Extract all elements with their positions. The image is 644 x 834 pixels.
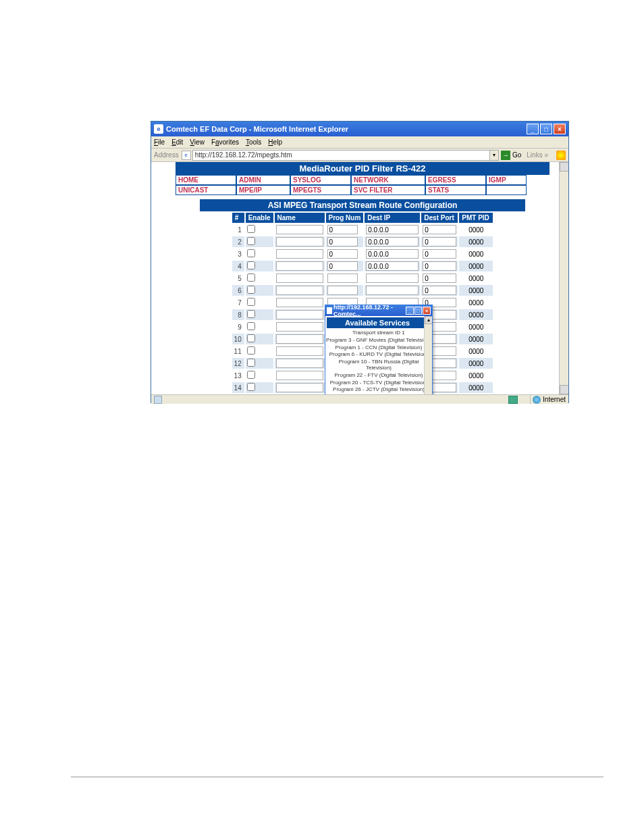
nav-syslog[interactable]: SYSLOG bbox=[290, 175, 351, 185]
nav-admin[interactable]: ADMIN bbox=[236, 175, 290, 185]
service-item[interactable]: Program 3 - GNF Movies (Digital Televisi… bbox=[325, 337, 432, 344]
name-input[interactable] bbox=[276, 225, 323, 234]
nav-unicast[interactable]: UNICAST bbox=[176, 185, 236, 195]
menu-tools[interactable]: Tools bbox=[246, 138, 261, 146]
cell-enable bbox=[246, 249, 273, 259]
enable-checkbox[interactable] bbox=[247, 322, 255, 330]
name-input[interactable] bbox=[276, 334, 323, 344]
destport-input[interactable] bbox=[423, 286, 456, 295]
cell-name bbox=[275, 297, 325, 308]
prognum-input[interactable] bbox=[327, 286, 358, 295]
destip-input[interactable] bbox=[366, 273, 419, 283]
prognum-input[interactable] bbox=[327, 225, 358, 234]
nav-network[interactable]: NETWORK bbox=[351, 175, 425, 185]
name-input[interactable] bbox=[276, 383, 323, 392]
enable-checkbox[interactable] bbox=[247, 261, 255, 269]
enable-checkbox[interactable] bbox=[247, 249, 255, 257]
prognum-input[interactable] bbox=[327, 249, 358, 259]
name-input[interactable] bbox=[276, 359, 323, 368]
destport-input[interactable] bbox=[423, 237, 456, 246]
name-input[interactable] bbox=[276, 346, 323, 356]
nav-egress[interactable]: EGRESS bbox=[425, 175, 486, 185]
service-item[interactable]: Program 20 - TCS-TV (Digital Television) bbox=[325, 380, 432, 387]
minimize-button[interactable]: _ bbox=[527, 124, 539, 134]
links-label[interactable]: Links » bbox=[527, 151, 548, 159]
destip-input[interactable] bbox=[366, 249, 419, 259]
nav-mpegts[interactable]: MPEGTS bbox=[290, 185, 351, 195]
popup-titlebar[interactable]: http://192.168.12.72 - Comtec... _ □ × bbox=[325, 305, 432, 316]
enable-checkbox[interactable] bbox=[247, 383, 255, 391]
nav-home[interactable]: HOME bbox=[176, 175, 236, 185]
popup-close-button[interactable]: × bbox=[423, 307, 431, 315]
close-button[interactable]: × bbox=[554, 124, 566, 134]
cell-enable bbox=[246, 285, 273, 296]
cell-enable bbox=[246, 273, 273, 284]
enable-checkbox[interactable] bbox=[247, 310, 255, 318]
prognum-input[interactable] bbox=[327, 237, 358, 246]
go-button[interactable]: → bbox=[501, 151, 510, 160]
maximize-button[interactable]: □ bbox=[540, 124, 552, 134]
th-name: Name bbox=[275, 213, 325, 223]
destport-input[interactable] bbox=[423, 273, 456, 283]
vertical-scrollbar[interactable] bbox=[559, 162, 568, 394]
enable-checkbox[interactable] bbox=[247, 334, 255, 342]
name-input[interactable] bbox=[276, 261, 323, 271]
cell-pmtpid: 0000 bbox=[459, 297, 493, 308]
cell-name bbox=[275, 358, 325, 369]
name-input[interactable] bbox=[276, 273, 323, 283]
menu-help[interactable]: Help bbox=[268, 138, 282, 146]
titlebar[interactable]: e Comtech EF Data Corp - Microsoft Inter… bbox=[151, 122, 568, 136]
table-row: 10000 bbox=[232, 224, 493, 235]
cell-name bbox=[275, 236, 325, 247]
menu-edit[interactable]: Edit bbox=[171, 138, 183, 146]
nav-stats[interactable]: STATS bbox=[425, 185, 486, 195]
name-input[interactable] bbox=[276, 371, 323, 380]
prognum-input[interactable] bbox=[327, 261, 358, 271]
nav-mpeip[interactable]: MPE/IP bbox=[236, 185, 290, 195]
menubar: File Edit View Favorites Tools Help bbox=[151, 136, 568, 149]
name-input[interactable] bbox=[276, 286, 323, 295]
service-item[interactable]: Program 1 - CCN (Digital Television) bbox=[325, 344, 432, 352]
nav-menu: HOME ADMIN SYSLOG NETWORK EGRESS IGMP UN… bbox=[176, 175, 549, 195]
address-input[interactable]: http://192.168.12.72/mpegts.htm bbox=[192, 150, 489, 161]
popup-scrollbar[interactable] bbox=[424, 316, 432, 394]
prognum-input[interactable] bbox=[327, 273, 358, 283]
destip-input[interactable] bbox=[366, 237, 419, 246]
enable-checkbox[interactable] bbox=[247, 346, 255, 355]
destip-input[interactable] bbox=[366, 261, 419, 271]
enable-checkbox[interactable] bbox=[247, 286, 255, 294]
destport-input[interactable] bbox=[423, 249, 456, 259]
enable-checkbox[interactable] bbox=[247, 225, 255, 233]
name-input[interactable] bbox=[276, 322, 323, 332]
destport-input[interactable] bbox=[423, 261, 456, 271]
destip-input[interactable] bbox=[366, 286, 419, 295]
cell-pmtpid: 0000 bbox=[459, 334, 493, 344]
enable-checkbox[interactable] bbox=[247, 359, 255, 367]
menu-file[interactable]: File bbox=[154, 138, 165, 146]
destport-input[interactable] bbox=[423, 225, 456, 234]
name-input[interactable] bbox=[276, 237, 323, 246]
nav-igmp[interactable]: IGMP bbox=[486, 175, 527, 185]
refresh-icon[interactable] bbox=[508, 396, 518, 404]
service-item[interactable]: Program 22 - FTV (Digital Television) bbox=[325, 372, 432, 380]
enable-checkbox[interactable] bbox=[247, 273, 255, 282]
service-item[interactable]: Transport stream ID 1 bbox=[325, 330, 432, 337]
menu-view[interactable]: View bbox=[190, 138, 205, 146]
enable-checkbox[interactable] bbox=[247, 237, 255, 245]
name-input[interactable] bbox=[276, 298, 323, 307]
cell-destport bbox=[421, 261, 458, 271]
address-dropdown[interactable]: ▾ bbox=[489, 150, 499, 161]
name-input[interactable] bbox=[276, 249, 323, 259]
enable-checkbox[interactable] bbox=[247, 298, 255, 306]
service-item[interactable]: Program 6 - KURD TV (Digital Television) bbox=[325, 351, 432, 359]
popup-maximize-button[interactable]: □ bbox=[414, 307, 423, 315]
popup-minimize-button[interactable]: _ bbox=[406, 307, 414, 315]
name-input[interactable] bbox=[276, 310, 323, 319]
cell-name bbox=[275, 273, 325, 284]
menu-favorites[interactable]: Favorites bbox=[211, 138, 239, 146]
enable-checkbox[interactable] bbox=[247, 371, 255, 379]
service-item[interactable]: Program 26 - JCTV (Digital Television) bbox=[325, 386, 432, 394]
service-item[interactable]: Program 10 - TBN Russia (Digital Televis… bbox=[325, 359, 432, 372]
nav-svcfilter[interactable]: SVC FILTER bbox=[351, 185, 425, 195]
destip-input[interactable] bbox=[366, 225, 419, 234]
